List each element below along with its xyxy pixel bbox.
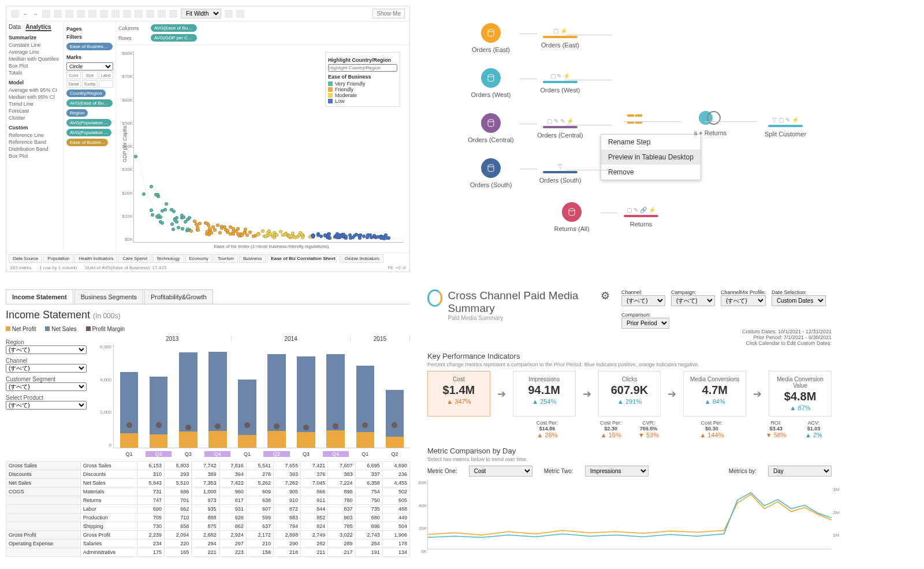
bar[interactable]: Q2 <box>146 344 172 448</box>
data-point[interactable] <box>236 227 240 230</box>
bar[interactable]: Q1 <box>352 344 378 448</box>
metric-two-select[interactable]: Impressions <box>585 466 649 477</box>
metrics-by-select[interactable]: Day <box>768 466 832 477</box>
analytics-item[interactable]: Forecast <box>9 107 61 114</box>
data-point[interactable] <box>284 233 287 236</box>
back-icon[interactable]: ← <box>23 10 29 17</box>
mark-type-select[interactable]: Circle <box>66 62 113 70</box>
data-point[interactable] <box>188 216 191 220</box>
flow-step-west[interactable]: ▢ ✎ ⚡Orders (West) <box>531 73 589 94</box>
group-icon[interactable] <box>158 10 166 18</box>
data-point[interactable] <box>184 220 187 224</box>
menu-rename[interactable]: Rename Step <box>601 135 701 150</box>
data-point[interactable] <box>379 236 383 240</box>
scatter-plot[interactable]: Highlight Country/Region Ease of Busines… <box>133 51 404 243</box>
flow-input-west[interactable]: Orders (West) <box>462 68 520 98</box>
data-point[interactable] <box>344 235 348 238</box>
analytics-item[interactable]: Box Plot <box>9 153 61 159</box>
flow-step-central[interactable]: ▢ ✎ ✎ ⚡Orders (Central) <box>531 118 589 139</box>
data-point[interactable] <box>180 214 184 217</box>
analytics-item[interactable]: Median with 95% CI <box>9 94 61 101</box>
bar[interactable]: Q3 <box>175 344 201 448</box>
flow-step-returns2[interactable]: ▢ ✎ 🔗 ⚡Returns <box>612 207 670 228</box>
data-point[interactable] <box>216 224 219 227</box>
channel-select[interactable]: (すべて) <box>621 295 665 306</box>
flow-step-east[interactable]: ▢ ⚡Orders (East) <box>531 28 589 49</box>
worksheet-tab[interactable]: Global Indicators <box>341 254 383 263</box>
marks-cell[interactable]: Detail <box>66 80 81 88</box>
legend-item[interactable]: Low <box>328 98 397 104</box>
kpi-card[interactable]: Media Conversions4.7M▲ 84% <box>683 371 746 416</box>
new-sheet-icon[interactable] <box>77 10 85 18</box>
data-point[interactable] <box>173 218 177 222</box>
data-point[interactable] <box>134 155 137 158</box>
sort-desc-icon[interactable] <box>135 10 143 18</box>
legend-item[interactable]: Moderate <box>328 92 397 98</box>
product-select[interactable]: (すべて) <box>6 401 87 410</box>
data-point[interactable] <box>189 229 193 233</box>
refresh-icon[interactable] <box>65 10 73 18</box>
labels-icon[interactable] <box>169 10 177 18</box>
share-icon[interactable] <box>236 10 244 18</box>
bar[interactable]: Q3 <box>293 344 319 448</box>
data-point[interactable] <box>319 235 323 238</box>
filter-pill[interactable]: Ease of Business (st... <box>66 43 113 50</box>
marks-cell[interactable]: Label <box>99 72 113 79</box>
data-point[interactable] <box>299 231 302 235</box>
worksheet-tab[interactable]: Economy <box>185 254 213 263</box>
data-point[interactable] <box>252 235 255 238</box>
data-point[interactable] <box>244 228 247 231</box>
flow-step-split[interactable]: ▽ ▢ ✎ ⚡Split Customer <box>757 117 814 137</box>
swap-icon[interactable] <box>111 10 120 18</box>
data-point[interactable] <box>328 236 331 240</box>
analytics-item[interactable]: Distribution Band <box>9 146 61 153</box>
flow-step-south[interactable]: ▽Orders (South) <box>531 163 589 184</box>
segment-select[interactable]: (すべて) <box>6 382 87 391</box>
data-point[interactable] <box>161 221 164 225</box>
bar[interactable]: Q4 <box>323 344 349 448</box>
data-point[interactable] <box>150 209 153 212</box>
data-point[interactable] <box>172 210 176 213</box>
worksheet-tab[interactable]: Ease of Biz Correlation Sheet <box>267 254 340 263</box>
clear-icon[interactable] <box>100 10 108 18</box>
mark-pill[interactable]: Country/Region <box>66 90 106 97</box>
show-me-button[interactable]: Show Me <box>372 9 405 18</box>
data-point[interactable] <box>165 202 168 206</box>
data-point[interactable] <box>157 214 161 217</box>
worksheet-tab[interactable]: Tourism <box>214 254 238 263</box>
mark-pill[interactable]: AVG(Ease of Busi... <box>66 99 113 107</box>
data-point[interactable] <box>232 232 235 236</box>
legend-item[interactable]: Friendly <box>328 87 397 92</box>
rows-pill[interactable]: AVG(GDP per Capita) <box>151 34 197 42</box>
data-point[interactable] <box>198 222 202 225</box>
data-point[interactable] <box>382 237 386 240</box>
flow-union[interactable] <box>606 114 664 127</box>
highlight-icon[interactable] <box>146 10 154 18</box>
data-point[interactable] <box>220 226 223 230</box>
campaign-select[interactable]: (すべて) <box>671 295 715 306</box>
worksheet-tab[interactable]: Care Spend <box>118 254 151 263</box>
region-select[interactable]: (すべて) <box>6 345 87 354</box>
data-point[interactable] <box>181 227 184 230</box>
analytics-item[interactable]: Average with 95% CI <box>9 87 61 94</box>
presentation-icon[interactable] <box>225 10 233 18</box>
analytics-item[interactable]: Reference Line <box>9 132 61 139</box>
data-point[interactable] <box>384 233 388 237</box>
flow-input-returns[interactable]: Returns (All) <box>543 202 601 232</box>
profile-select[interactable]: (すべて) <box>721 295 766 306</box>
data-point[interactable] <box>279 230 282 233</box>
tab-data[interactable]: Data <box>9 24 21 31</box>
data-point[interactable] <box>351 236 355 239</box>
columns-pill[interactable]: AVG(Ease of Business) <box>151 24 197 32</box>
analytics-item[interactable]: Trend Line <box>9 101 61 107</box>
marks-cell[interactable]: Tooltip <box>82 80 97 88</box>
worksheet-tab[interactable]: Data Source <box>9 254 42 263</box>
mark-pill[interactable]: AVG(Population ... <box>66 119 111 127</box>
undo-icon[interactable] <box>11 10 19 18</box>
bar[interactable]: Q1 <box>234 344 260 448</box>
pages-shelf[interactable]: Pages <box>66 26 113 32</box>
menu-preview[interactable]: Preview in Tableau Desktop <box>601 150 701 165</box>
data-point[interactable] <box>154 193 158 196</box>
data-point[interactable] <box>311 234 314 237</box>
date-select[interactable]: Custom Dates <box>772 295 826 306</box>
